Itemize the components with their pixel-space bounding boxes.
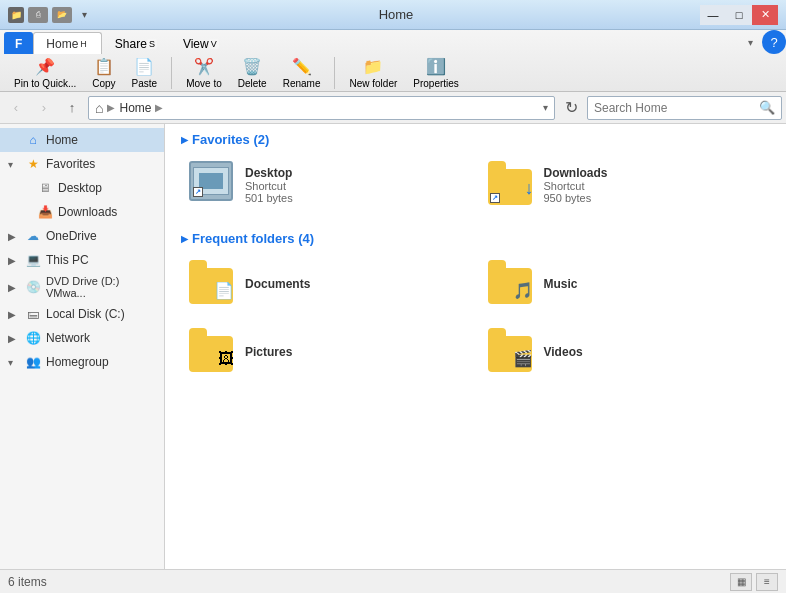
- close-button[interactable]: ✕: [752, 5, 778, 25]
- sidebar: ⌂ Home ▾ ★ Favorites 🖥 Desktop 📥 Downloa…: [0, 124, 165, 569]
- desktop-file-icon: ↗: [189, 161, 237, 209]
- refresh-button[interactable]: ↻: [559, 96, 583, 120]
- homegroup-icon: 👥: [24, 353, 42, 371]
- rename-btn[interactable]: ✏️ Rename: [277, 55, 327, 91]
- quick-access-1[interactable]: ⎙: [28, 7, 48, 23]
- title-bar: 📁 ⎙ 📂 ▾ Home — □ ✕: [0, 0, 786, 30]
- desktop-file-info: Desktop Shortcut 501 bytes: [245, 166, 293, 204]
- file-item-downloads[interactable]: ↓ ↗ Downloads Shortcut 950 bytes: [480, 155, 771, 215]
- sidebar-item-onedrive[interactable]: ▶ ☁ OneDrive: [0, 224, 164, 248]
- view-tab-label: View: [183, 37, 209, 51]
- sidebar-homegroup-label: Homegroup: [46, 355, 109, 369]
- sidebar-home-label: Home: [46, 133, 78, 147]
- file-item-music[interactable]: 🎵 Music: [480, 254, 771, 314]
- maximize-button[interactable]: □: [726, 5, 752, 25]
- videos-name: Videos: [544, 345, 583, 359]
- tab-home[interactable]: Home H: [33, 32, 102, 54]
- sidebar-toggle-onedrive[interactable]: ▶: [8, 231, 20, 242]
- sidebar-toggle-localdisk[interactable]: ▶: [8, 309, 20, 320]
- sidebar-thispc-label: This PC: [46, 253, 89, 267]
- sidebar-desktop-label: Desktop: [58, 181, 102, 195]
- search-input[interactable]: [594, 101, 759, 115]
- downloads-size: 950 bytes: [544, 192, 608, 204]
- quick-access-2[interactable]: 📂: [52, 7, 72, 23]
- sidebar-item-dvd[interactable]: ▶ 💿 DVD Drive (D:) VMwa...: [0, 272, 164, 302]
- desktop-type: Shortcut: [245, 180, 293, 192]
- favorites-section-header: Favorites (2): [181, 132, 770, 147]
- sidebar-item-favorites[interactable]: ▾ ★ Favorites: [0, 152, 164, 176]
- tab-share[interactable]: Share S: [102, 32, 170, 54]
- pictures-name: Pictures: [245, 345, 292, 359]
- sidebar-item-localdisk[interactable]: ▶ 🖴 Local Disk (C:): [0, 302, 164, 326]
- sidebar-network-label: Network: [46, 331, 90, 345]
- file-item-videos[interactable]: 🎬 Videos: [480, 322, 771, 382]
- view-icon-list[interactable]: ≡: [756, 573, 778, 591]
- localdisk-icon: 🖴: [24, 305, 42, 323]
- sidebar-item-homegroup[interactable]: ▾ 👥 Homegroup: [0, 350, 164, 374]
- videos-file-icon: 🎬: [488, 328, 536, 376]
- quick-access-dropdown[interactable]: ▾: [76, 7, 92, 23]
- sidebar-favorites-label: Favorites: [46, 157, 95, 171]
- paste-btn[interactable]: 📄 Paste: [126, 55, 164, 91]
- downloads-file-info: Downloads Shortcut 950 bytes: [544, 166, 608, 204]
- favorites-icon: ★: [24, 155, 42, 173]
- sidebar-toggle-dvd[interactable]: ▶: [8, 282, 20, 293]
- videos-file-info: Videos: [544, 345, 583, 359]
- sidebar-toggle-favorites[interactable]: ▾: [8, 159, 20, 170]
- search-icon[interactable]: 🔍: [759, 100, 775, 115]
- music-file-info: Music: [544, 277, 578, 291]
- share-tab-label: Share: [115, 37, 147, 51]
- ribbon-divider-2: [334, 57, 335, 89]
- home-icon: ⌂: [24, 131, 42, 149]
- content-area: Favorites (2) ↗ Desktop Sh: [165, 124, 786, 569]
- sidebar-toggle-thispc[interactable]: ▶: [8, 255, 20, 266]
- file-item-pictures[interactable]: 🖼 Pictures: [181, 322, 472, 382]
- move-to-btn[interactable]: ✂️ Move to: [180, 55, 228, 91]
- sidebar-item-home[interactable]: ⌂ Home: [0, 128, 164, 152]
- delete-btn[interactable]: 🗑️ Delete: [232, 55, 273, 91]
- copy-btn[interactable]: 📋 Copy: [86, 55, 121, 91]
- sidebar-item-network[interactable]: ▶ 🌐 Network: [0, 326, 164, 350]
- app-icon: 📁: [8, 7, 24, 23]
- ribbon-collapse-btn[interactable]: ▾: [738, 30, 762, 54]
- search-box[interactable]: 🔍: [587, 96, 782, 120]
- documents-file-info: Documents: [245, 277, 310, 291]
- share-tab-badge: S: [147, 39, 157, 49]
- address-box[interactable]: ⌂ ▶ Home ▶ ▾: [88, 96, 555, 120]
- back-button[interactable]: ‹: [4, 96, 28, 120]
- sidebar-item-downloads[interactable]: 📥 Downloads: [0, 200, 164, 224]
- desktop-name: Desktop: [245, 166, 293, 180]
- status-bar: 6 items ▦ ≡: [0, 569, 786, 593]
- dvd-icon: 💿: [24, 278, 42, 296]
- desktop-icon: 🖥: [36, 179, 54, 197]
- ribbon-tabs: F Home H Share S View V ▾ ?: [0, 30, 786, 54]
- sidebar-downloads-label: Downloads: [58, 205, 117, 219]
- window-controls: — □ ✕: [700, 5, 778, 25]
- new-folder-btn[interactable]: 📁 New folder: [343, 55, 403, 91]
- help-button[interactable]: ?: [762, 30, 786, 54]
- view-buttons: ▦ ≡: [730, 573, 778, 591]
- view-icon-tiles[interactable]: ▦: [730, 573, 752, 591]
- sidebar-toggle-homegroup[interactable]: ▾: [8, 357, 20, 368]
- documents-name: Documents: [245, 277, 310, 291]
- tab-view[interactable]: View V: [170, 32, 232, 54]
- file-item-desktop[interactable]: ↗ Desktop Shortcut 501 bytes: [181, 155, 472, 215]
- properties-btn[interactable]: ℹ️ Properties: [407, 55, 465, 91]
- ribbon-content: 📌 Pin to Quick... 📋 Copy 📄 Paste ✂️ Move…: [0, 54, 786, 92]
- ribbon-nav-group: 📌 Pin to Quick... 📋 Copy 📄 Paste ✂️ Move…: [8, 55, 465, 91]
- sidebar-item-thispc[interactable]: ▶ 💻 This PC: [0, 248, 164, 272]
- documents-file-icon: 📄: [189, 260, 237, 308]
- address-path: Home: [119, 101, 151, 115]
- minimize-button[interactable]: —: [700, 5, 726, 25]
- sidebar-item-desktop[interactable]: 🖥 Desktop: [0, 176, 164, 200]
- address-dropdown[interactable]: ▾: [543, 102, 548, 113]
- tab-file[interactable]: F: [4, 32, 33, 54]
- frequent-header-text: Frequent folders (4): [192, 231, 314, 246]
- pin-to-quick-access-btn[interactable]: 📌 Pin to Quick...: [8, 55, 82, 91]
- file-item-documents[interactable]: 📄 Documents: [181, 254, 472, 314]
- forward-button[interactable]: ›: [32, 96, 56, 120]
- pictures-file-icon: 🖼: [189, 328, 237, 376]
- sidebar-toggle-network[interactable]: ▶: [8, 333, 20, 344]
- up-button[interactable]: ↑: [60, 96, 84, 120]
- home-tab-badge: H: [78, 39, 89, 49]
